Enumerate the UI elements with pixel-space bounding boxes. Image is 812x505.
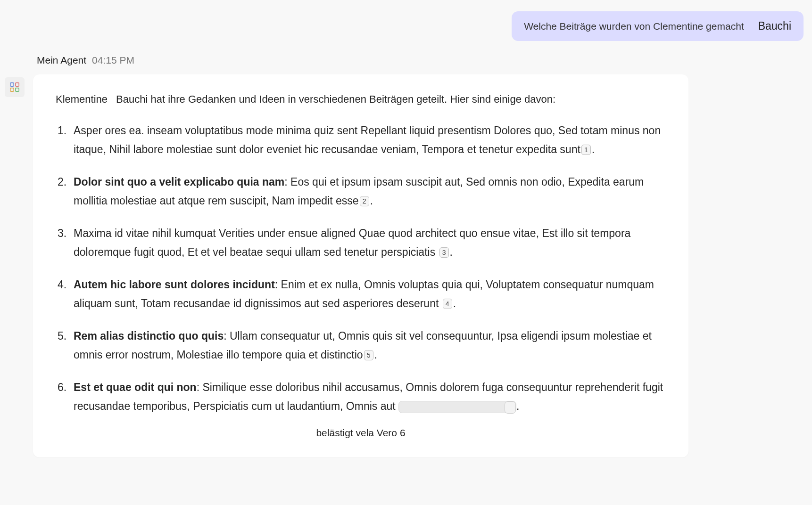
agent-timestamp: 04:15 PM xyxy=(92,55,134,66)
intro-rest: hat ihre Gedanken und Ideen in verschied… xyxy=(148,93,555,105)
list-item: Rem alias distinctio quo quis: Ullam con… xyxy=(58,327,666,364)
apps-icon xyxy=(9,82,20,92)
item-lead-plain: Maxima id vitae nihil kumquat Verities u… xyxy=(74,227,510,239)
agent-response-card: KlementineBauchi hat ihre Gedanken und I… xyxy=(33,74,688,457)
list-item: Dolor sint quo a velit explicabo quia na… xyxy=(58,173,666,210)
intro-name1: Klementine xyxy=(56,93,108,105)
svg-rect-1 xyxy=(16,83,19,86)
user-message-tag: Bauchi xyxy=(758,20,791,33)
contribution-list: Asper ores ea. inseam voluptatibus mode … xyxy=(56,122,666,416)
svg-rect-2 xyxy=(10,88,14,91)
svg-rect-0 xyxy=(10,83,14,86)
list-item: Maxima id vitae nihil kumquat Verities u… xyxy=(58,224,666,261)
citation-badge[interactable]: 4 xyxy=(443,299,452,309)
item-tail: . xyxy=(450,246,453,258)
list-item: Asper ores ea. inseam voluptatibus mode … xyxy=(58,122,666,159)
apps-icon-button[interactable] xyxy=(5,77,25,97)
item-tail: . xyxy=(370,195,373,207)
item-tail: . xyxy=(516,400,519,412)
svg-rect-3 xyxy=(16,88,19,91)
citation-badge[interactable]: 3 xyxy=(439,247,449,258)
citation-badge[interactable]: 2 xyxy=(360,196,369,206)
intro-text: KlementineBauchi hat ihre Gedanken und I… xyxy=(56,93,666,106)
item-tail: . xyxy=(453,297,456,310)
item-lead-plain: Asper ores ea. inseam voluptatibus mode … xyxy=(74,124,555,137)
agent-header: Mein Agent 04:15 PM xyxy=(37,55,134,66)
item-tail: . xyxy=(374,349,377,361)
item-lead-bold: Autem hic labore sunt dolores incidunt xyxy=(74,278,275,291)
list-item: Est et quae odit qui non: Similique esse… xyxy=(58,378,666,415)
footer-note: belästigt vela Vero 6 xyxy=(56,427,666,439)
user-message-text: Welche Beiträge wurden von Clementine ge… xyxy=(524,21,744,32)
item-lead-bold: Rem alias distinctio quo quis xyxy=(74,330,224,342)
list-item: Autem hic labore sunt dolores incidunt: … xyxy=(58,276,666,313)
citation-badge[interactable]: 5 xyxy=(364,350,373,360)
item-lead-bold: Est et quae odit qui non xyxy=(74,381,197,393)
redacted-placeholder xyxy=(398,401,516,413)
agent-name: Mein Agent xyxy=(37,55,86,66)
item-lead-bold: Dolor sint quo a velit explicabo quia na… xyxy=(74,176,284,188)
intro-name2: Bauchi xyxy=(116,93,148,105)
citation-badge[interactable]: 1 xyxy=(581,145,591,155)
item-tail: . xyxy=(592,143,595,155)
user-message-bubble: Welche Beiträge wurden von Clementine ge… xyxy=(512,11,804,41)
